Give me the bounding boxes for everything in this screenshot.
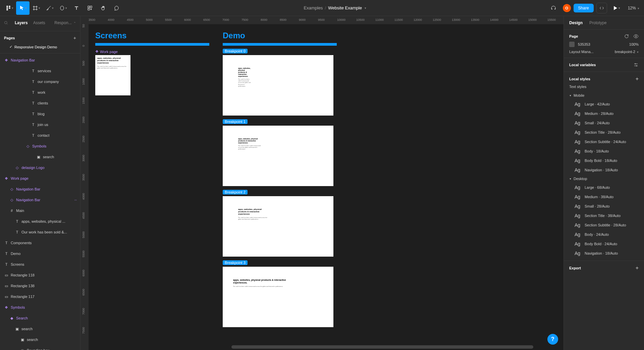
section-bar-screens[interactable] xyxy=(95,43,209,46)
layout-value[interactable]: breakpoint-2 ▾ xyxy=(615,50,639,54)
add-style-button[interactable]: + xyxy=(636,76,639,82)
layer-row[interactable]: Tcontact xyxy=(0,130,80,141)
layer-row[interactable]: ▭Rectangle 117 xyxy=(0,291,80,302)
text-style-item[interactable]: AgLarge · 68/Auto xyxy=(564,183,644,192)
page-selector[interactable]: Respon... ⌃ xyxy=(54,20,76,25)
artboard-work-page[interactable]: apps, websites, physical products & inte… xyxy=(95,55,130,95)
layer-row[interactable]: ▭Rectangle 138 xyxy=(0,280,80,291)
present-button[interactable]: ▾ xyxy=(610,1,623,15)
layer-row[interactable]: ▣search xyxy=(0,323,80,334)
move-tool-button[interactable]: ▾ xyxy=(16,1,30,15)
layer-row[interactable]: ◇Symbols xyxy=(0,141,80,151)
tab-design[interactable]: Design xyxy=(569,20,583,25)
comment-tool-button[interactable] xyxy=(110,1,123,15)
tab-layers[interactable]: Layers xyxy=(15,20,28,25)
layer-row[interactable]: ▭Rectangle 118 xyxy=(0,270,80,280)
layer-row[interactable]: ◇Navigation Bar↔ xyxy=(0,194,80,205)
section-bar-demo[interactable] xyxy=(223,43,337,46)
layer-row[interactable]: ❖Navigation Bar xyxy=(0,55,80,65)
audio-button[interactable] xyxy=(547,1,560,15)
zoom-control[interactable]: 12% ▾ xyxy=(626,6,641,10)
frame-label-work-page[interactable]: ❖ Work page xyxy=(95,49,118,54)
dev-mode-button[interactable] xyxy=(596,3,607,13)
style-group-mobile[interactable]: ▼ Mobile xyxy=(564,91,644,99)
add-page-button[interactable]: + xyxy=(73,35,76,41)
search-icon[interactable] xyxy=(4,21,8,25)
resource-tool-button[interactable] xyxy=(83,1,97,15)
canvas-area[interactable]: 3500400045005000550060006500700075008000… xyxy=(80,16,564,350)
frame-tool-button[interactable]: ▾ xyxy=(30,1,43,15)
horizontal-scrollbar[interactable] xyxy=(231,345,533,349)
text-style-item[interactable]: AgSmall · 28/Auto xyxy=(564,202,644,211)
color-hex[interactable]: 535353 xyxy=(578,42,590,46)
frame-label-breakpoint-1[interactable]: Breakpoint 1 xyxy=(223,119,248,124)
text-style-item[interactable]: AgMedium · 38/Auto xyxy=(564,192,644,202)
layer-row[interactable]: TDemo xyxy=(0,248,80,259)
text-tool-button[interactable] xyxy=(70,1,83,15)
layer-row[interactable]: ◇Navigation Bar xyxy=(0,184,80,194)
layer-row[interactable]: ◆Search xyxy=(0,313,80,323)
user-avatar[interactable]: O xyxy=(563,4,571,12)
text-style-item[interactable]: AgLarge · 42/Auto xyxy=(564,99,644,109)
color-swatch[interactable] xyxy=(569,42,575,47)
tab-assets[interactable]: Assets xyxy=(33,20,45,25)
demo-frame-2[interactable]: apps, websites, physical products & inte… xyxy=(223,196,333,257)
layer-row[interactable]: ▣search xyxy=(0,151,80,162)
rotate-icon[interactable] xyxy=(624,34,629,39)
text-style-item[interactable]: AgBody Bold · 24/Auto xyxy=(564,239,644,249)
add-export-button[interactable]: + xyxy=(636,265,639,271)
chevron-down-icon[interactable]: ▾ xyxy=(365,6,366,10)
settings-icon[interactable] xyxy=(633,62,639,68)
section-label-demo[interactable]: Demo xyxy=(223,31,245,40)
demo-frame-0[interactable]: apps, websites, physical products & inte… xyxy=(223,55,333,116)
layer-row[interactable]: TComponents xyxy=(0,237,80,248)
layer-row[interactable]: ❖Symbols xyxy=(0,302,80,313)
text-style-item[interactable]: AgBody · 18/Auto xyxy=(564,146,644,156)
pen-tool-button[interactable]: ▾ xyxy=(43,1,56,15)
frame-label-breakpoint-2[interactable]: Breakpoint 2 xyxy=(223,190,248,194)
layer-row[interactable]: ▣search xyxy=(0,334,80,345)
hand-tool-button[interactable] xyxy=(97,1,110,15)
breadcrumb-parent[interactable]: Examples xyxy=(304,5,323,10)
layer-row[interactable]: TOur work has been sold &... xyxy=(0,227,80,237)
text-style-item[interactable]: AgBody · 24/Auto xyxy=(564,230,644,239)
text-style-item[interactable]: AgMedium · 28/Auto xyxy=(564,109,644,118)
layer-row[interactable]: Tour company xyxy=(0,76,80,87)
frame-label-breakpoint-0[interactable]: Breakpoint 0 xyxy=(223,49,248,53)
layer-row[interactable]: Tservices xyxy=(0,65,80,76)
canvas[interactable]: Screens ❖ Work page apps, websites, phys… xyxy=(89,24,564,343)
text-style-item[interactable]: AgBody Bold · 18/Auto xyxy=(564,156,644,165)
text-style-item[interactable]: AgSection Title · 28/Auto xyxy=(564,128,644,137)
breadcrumb-current[interactable]: Website Example xyxy=(328,5,362,10)
text-style-item[interactable]: AgSection Subtitle · 28/Auto xyxy=(564,220,644,230)
text-style-item[interactable]: AgNavigation · 18/Auto xyxy=(564,165,644,175)
eye-icon[interactable] xyxy=(633,34,639,39)
text-style-item[interactable]: AgSection Subtitle · 24/Auto xyxy=(564,137,644,146)
text-style-item[interactable]: AgNavigation · 18/Auto xyxy=(564,249,644,258)
layer-row[interactable]: Twork xyxy=(0,87,80,98)
help-button[interactable]: ? xyxy=(547,334,558,345)
shape-tool-button[interactable]: ▾ xyxy=(56,1,70,15)
layer-row[interactable]: Tclients xyxy=(0,98,80,108)
layer-row[interactable]: TScreens xyxy=(0,259,80,270)
resize-icon[interactable]: ↔ xyxy=(74,198,77,202)
layer-row[interactable]: ◎Bounding box xyxy=(0,345,80,350)
layer-row[interactable]: #Main xyxy=(0,205,80,216)
demo-frame-3[interactable]: apps, websites, physical products & inte… xyxy=(223,267,333,327)
main-menu-button[interactable]: ▾ xyxy=(3,1,16,15)
layer-row[interactable]: ◇delasign Logo xyxy=(0,162,80,173)
color-opacity[interactable]: 100% xyxy=(629,42,639,46)
text-style-item[interactable]: AgSmall · 24/Auto xyxy=(564,118,644,128)
style-group-desktop[interactable]: ▼ Desktop xyxy=(564,175,644,183)
share-button[interactable]: Share xyxy=(574,4,594,12)
text-style-item[interactable]: AgSection Title · 38/Auto xyxy=(564,211,644,220)
tab-prototype[interactable]: Prototype xyxy=(589,20,606,25)
demo-frame-1[interactable]: apps, websites, physical products & inte… xyxy=(223,126,333,186)
page-item[interactable]: ✓ Responsive Design Demo xyxy=(0,43,80,52)
section-label-screens[interactable]: Screens xyxy=(95,31,126,40)
frame-label-breakpoint-3[interactable]: Breakpoint 3 xyxy=(223,260,248,265)
layer-row[interactable]: ❖Work page xyxy=(0,173,80,184)
layer-row[interactable]: Tapps, websites, physical ... xyxy=(0,216,80,227)
layer-row[interactable]: Tjoin us xyxy=(0,119,80,130)
layer-row[interactable]: Tblog xyxy=(0,108,80,119)
